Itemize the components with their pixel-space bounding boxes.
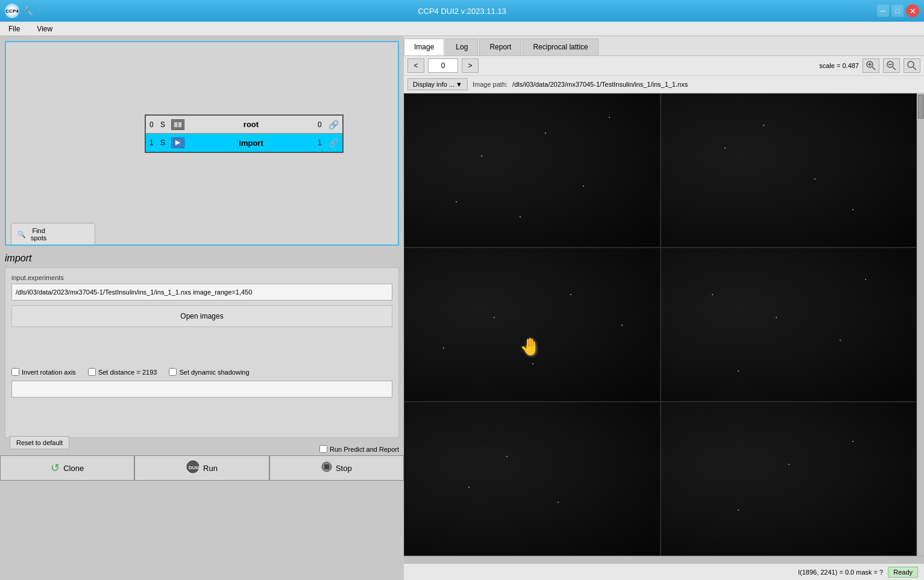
set-distance-checkbox[interactable]: Set distance = 2193 bbox=[88, 368, 157, 376]
frame-input[interactable] bbox=[428, 58, 458, 73]
svg-rect-2 bbox=[178, 122, 181, 127]
action-buttons: ↺ Clone DUI2 Run bbox=[0, 455, 404, 481]
diffraction-spot bbox=[738, 370, 739, 372]
import-panel: input.experiments Open images Invert rot… bbox=[5, 267, 399, 438]
spacer bbox=[11, 332, 392, 368]
close-button[interactable]: ✕ bbox=[906, 4, 919, 17]
node-row-import[interactable]: 1 S import 1 🔗 bbox=[146, 134, 342, 152]
tab-report[interactable]: Report bbox=[479, 39, 521, 55]
diffraction-spot bbox=[776, 317, 777, 318]
import-section-title: import bbox=[5, 251, 31, 268]
diffraction-spot bbox=[456, 201, 457, 202]
sidebar-tools: 🔍 Findspots ∞ applymask bbox=[11, 223, 95, 246]
zoom-out-icon bbox=[887, 61, 896, 70]
title-bar: CCP4 🔧 CCP4 DUI2 v:2023.11.13 ─ □ ✕ bbox=[0, 0, 924, 22]
clone-icon: ↺ bbox=[51, 461, 60, 475]
run-predict-checkbox[interactable] bbox=[319, 445, 327, 453]
diffraction-spot bbox=[763, 125, 764, 126]
run-label: Run bbox=[203, 464, 218, 473]
input-experiments-field[interactable] bbox=[11, 284, 392, 301]
svg-line-14 bbox=[893, 67, 896, 70]
svg-text:DUI2: DUI2 bbox=[189, 465, 200, 470]
menu-bar: File View bbox=[0, 22, 924, 36]
node-row-root[interactable]: 0 S root 0 🔗 bbox=[146, 116, 342, 134]
window-title: CCP4 DUI2 v:2023.11.13 bbox=[418, 7, 506, 16]
import-link-icon: 🔗 bbox=[328, 138, 339, 148]
zoom-reset-icon bbox=[907, 61, 917, 70]
status-bar: I(1896, 2241) = 0.0 mask = ? Ready bbox=[404, 563, 924, 580]
diffraction-spot bbox=[609, 117, 610, 118]
image-quadrant-tr bbox=[661, 93, 917, 248]
image-quadrant-bl bbox=[404, 402, 661, 556]
diffraction-spot bbox=[724, 148, 726, 149]
menu-file[interactable]: File bbox=[5, 23, 24, 34]
zoom-out-button[interactable] bbox=[883, 58, 900, 73]
diffraction-spot bbox=[814, 178, 816, 179]
image-toolbar: < > scale = 0.487 bbox=[404, 56, 924, 76]
svg-point-16 bbox=[908, 61, 914, 67]
image-view[interactable]: 🤚 bbox=[404, 93, 917, 556]
menu-view[interactable]: View bbox=[33, 23, 56, 34]
import-num-left: 1 bbox=[149, 139, 158, 147]
invert-rotation-checkbox-input[interactable] bbox=[11, 368, 19, 376]
root-num-left: 0 bbox=[149, 120, 158, 129]
svg-rect-8 bbox=[324, 464, 329, 469]
diffraction-spot bbox=[738, 510, 739, 511]
pipeline-node-root: 0 S root 0 🔗 bbox=[145, 114, 344, 153]
diffraction-spot bbox=[532, 363, 533, 364]
maximize-button[interactable]: □ bbox=[891, 5, 904, 17]
root-link-icon: 🔗 bbox=[328, 120, 339, 129]
input-experiments-label: input.experiments bbox=[11, 274, 392, 281]
image-quadrant-mr bbox=[661, 248, 917, 402]
scrollbar-thumb[interactable] bbox=[918, 95, 924, 119]
set-distance-checkbox-input[interactable] bbox=[88, 368, 96, 376]
zoom-in-button[interactable] bbox=[863, 58, 879, 73]
diffraction-spot bbox=[468, 487, 470, 488]
open-images-button[interactable]: Open images bbox=[11, 305, 392, 327]
set-dynamic-shadowing-checkbox-input[interactable] bbox=[169, 368, 177, 376]
find-spots-button[interactable]: 🔍 Findspots bbox=[11, 223, 95, 246]
find-spots-icon: 🔍 bbox=[17, 231, 26, 239]
tab-reciprocal-lattice[interactable]: Reciprocal lattice bbox=[523, 39, 598, 55]
stop-button[interactable]: Stop bbox=[269, 455, 404, 481]
tab-image[interactable]: Image bbox=[404, 39, 444, 55]
invert-rotation-axis-checkbox[interactable]: Invert rotation axis bbox=[11, 368, 76, 376]
window-controls: ─ □ ✕ bbox=[877, 4, 919, 17]
diffraction-spot bbox=[788, 464, 790, 465]
display-info-button[interactable]: Display info ... ▼ bbox=[407, 78, 468, 90]
nav-prev-button[interactable]: < bbox=[407, 58, 424, 73]
tab-log[interactable]: Log bbox=[445, 39, 478, 55]
run-predict-label[interactable]: Run Predict and Report bbox=[319, 445, 399, 453]
set-dynamic-shadowing-label: Set dynamic shadowing bbox=[179, 369, 249, 376]
title-bar-logo: CCP4 🔧 bbox=[5, 4, 33, 18]
diffraction-spot bbox=[852, 209, 853, 210]
reset-to-default-button[interactable]: Reset to default bbox=[10, 436, 69, 449]
diffraction-spot bbox=[712, 294, 713, 295]
main-content: 🔍 Findspots ∞ applymask 0 S bbox=[0, 36, 924, 580]
nav-next-button[interactable]: > bbox=[462, 58, 479, 73]
cursor-hand: 🤚 bbox=[520, 337, 541, 357]
find-spots-label: Findspots bbox=[31, 227, 46, 242]
wrench-icon[interactable]: 🔧 bbox=[23, 6, 33, 16]
set-distance-label: Set distance = 2193 bbox=[98, 369, 157, 376]
left-panel: 🔍 Findspots ∞ applymask 0 S bbox=[0, 36, 404, 580]
diffraction-spot bbox=[520, 216, 521, 217]
diffraction-spot bbox=[558, 502, 559, 503]
zoom-reset-button[interactable] bbox=[904, 58, 920, 73]
vertical-scrollbar[interactable] bbox=[917, 93, 924, 556]
run-button[interactable]: DUI2 Run bbox=[134, 455, 269, 481]
diffraction-spot bbox=[621, 325, 623, 326]
horizontal-scrollbar[interactable] bbox=[404, 556, 924, 563]
diffraction-spot bbox=[506, 456, 508, 457]
import-type-left: S bbox=[160, 139, 169, 147]
app-logo: CCP4 bbox=[5, 4, 19, 18]
clone-button[interactable]: ↺ Clone bbox=[0, 455, 134, 481]
minimize-button[interactable]: ─ bbox=[877, 5, 889, 17]
display-info-label: Display info ... bbox=[413, 81, 454, 88]
import-num-right: 1 bbox=[318, 139, 326, 147]
extra-input-field[interactable] bbox=[11, 381, 392, 398]
run-icon: DUI2 bbox=[186, 460, 200, 476]
zoom-in-icon bbox=[866, 61, 876, 70]
diffraction-spot bbox=[443, 348, 444, 349]
set-dynamic-shadowing-checkbox[interactable]: Set dynamic shadowing bbox=[169, 368, 249, 376]
